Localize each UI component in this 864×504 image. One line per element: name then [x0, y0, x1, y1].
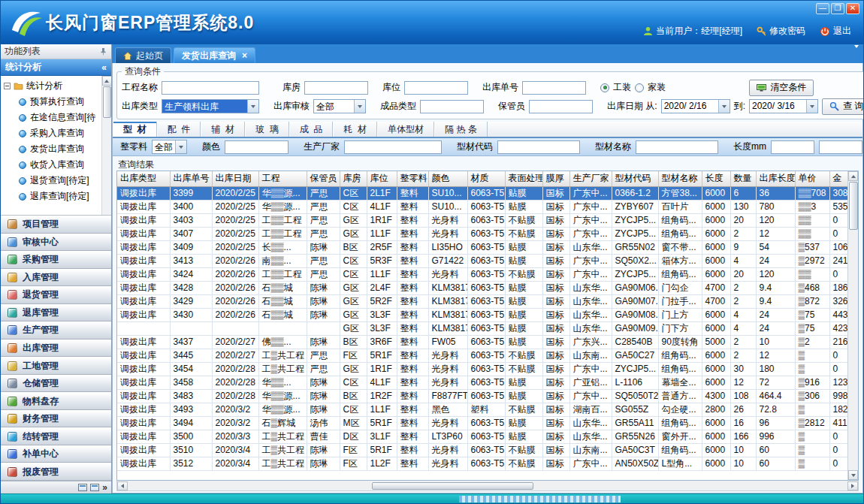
sidebar-item-退货管理[interactable]: 退货管理: [1, 286, 111, 304]
close-button[interactable]: ✕: [846, 3, 859, 14]
sidebar-item-报废管理[interactable]: 报废管理: [1, 463, 111, 481]
profile-name-input[interactable]: [636, 140, 718, 154]
sidebar-item-出库管理[interactable]: 出库管理: [1, 340, 111, 358]
column-header[interactable]: 颜色: [428, 171, 467, 186]
warehouse-input[interactable]: [304, 81, 368, 95]
tree-item[interactable]: 预算执行查询: [2, 94, 101, 110]
material-tab[interactable]: 型 材: [113, 122, 157, 137]
table-row[interactable]: 调拨出库34242020/2/26工▒▒工程严思C区1L1F整料光身料6063-…: [117, 267, 847, 281]
column-header[interactable]: 库位: [367, 171, 397, 186]
sidebar-item-生产管理[interactable]: 生产管理: [1, 321, 111, 340]
sidebar-item-财务管理[interactable]: 财务管理: [1, 410, 111, 428]
maximize-button[interactable]: ❐: [831, 3, 844, 14]
sidebar-item-退库管理[interactable]: 退库管理: [1, 304, 111, 322]
change-password-button[interactable]: 修改密码: [757, 25, 805, 38]
column-header[interactable]: 型材名称: [658, 171, 702, 186]
table-row[interactable]: 调拨出库34452020/2/27工▒共工程严思F区5R1F整料光身料6063-…: [117, 349, 847, 362]
table-row[interactable]: 调拨出库34302020/2/26石▒▒城陈琳G区3L3F整料KLM381760…: [117, 308, 847, 321]
sidebar-item-审核中心[interactable]: 审核中心: [1, 234, 111, 252]
tab-shipping-outbound-query[interactable]: 发货出库查询 ×: [174, 47, 255, 63]
sidebar-item-物料盘存[interactable]: 物料盘存: [1, 392, 111, 410]
location-input[interactable]: [404, 81, 468, 95]
column-header[interactable]: 金: [829, 171, 847, 186]
chevron-down-icon[interactable]: [354, 100, 365, 113]
grid-horizontal-scrollbar[interactable]: [116, 481, 859, 491]
table-row[interactable]: 调拨出库34002020/2/25华▒▒源...严思C区4L1F整料SU10..…: [117, 200, 847, 213]
chevron-down-icon[interactable]: [247, 100, 258, 113]
sidebar-item-结转管理[interactable]: 结转管理: [1, 427, 111, 445]
table-row[interactable]: 调拨出库34132020/2/26南▒▒...严思C区5R3F整料G714226…: [117, 254, 847, 267]
date-to-picker[interactable]: 2020/ 3/16: [749, 99, 818, 113]
panels-icon[interactable]: [90, 484, 99, 491]
sidebar-item-采购管理[interactable]: 采购管理: [1, 251, 111, 269]
pin-icon[interactable]: [99, 47, 107, 56]
tab-close-icon[interactable]: ×: [242, 50, 247, 61]
clear-conditions-button[interactable]: 清空条件: [749, 80, 814, 96]
table-row[interactable]: 调拨出库34372020/2/27佛▒▒...陈琳B区3R6F整料FW05606…: [117, 335, 847, 349]
sidebar-section-statistics[interactable]: 统计分析 «: [1, 59, 111, 76]
table-row[interactable]: 调拨出库35122020/3/4工▒共工程陈琳F区1L2F整料光身料6063-T…: [117, 457, 847, 470]
color-input[interactable]: [225, 140, 289, 154]
tree-scroll-thumb[interactable]: [103, 86, 111, 118]
project-name-input[interactable]: [162, 81, 259, 95]
table-row[interactable]: 调拨出库35002020/3/3工▒共工程曹佳D区3L1F整料LT3P60606…: [117, 430, 847, 443]
column-header[interactable]: 材质: [467, 171, 505, 186]
length-max-input[interactable]: [819, 140, 862, 154]
column-header[interactable]: 出库长度: [756, 171, 795, 186]
table-row[interactable]: 调拨出库34282020/2/26石▒▒城陈琳G区2L4F整料KLM381760…: [117, 281, 847, 294]
column-header[interactable]: 出库日期: [212, 171, 258, 186]
material-tab[interactable]: 成 品: [289, 122, 334, 137]
collapse-panel-icon[interactable]: «: [101, 62, 107, 73]
table-row[interactable]: 调拨出库34292020/2/26石▒▒城陈琳G区5R2F整料KLM381760…: [117, 294, 847, 308]
outbound-type-select[interactable]: 生产领料出库: [162, 99, 259, 113]
radio-jiazhuang[interactable]: [635, 83, 644, 92]
minimize-button[interactable]: —: [816, 3, 829, 14]
radio-jiazhuang-label[interactable]: 家装: [648, 81, 666, 94]
table-row[interactable]: 调拨出库34072020/2/25工▒▒工程严思G区1L1F整料光身料6063-…: [117, 227, 847, 240]
zhengling-select[interactable]: 全部: [152, 140, 187, 154]
grid-vscroll-thumb[interactable]: [849, 182, 858, 230]
column-header[interactable]: 整零料: [397, 171, 428, 186]
product-type-input[interactable]: [420, 100, 484, 113]
radio-gongzhuang-label[interactable]: 工装: [613, 81, 631, 94]
scroll-up-icon[interactable]: [848, 171, 858, 181]
column-header[interactable]: 数量: [730, 171, 756, 186]
tree-item[interactable]: 在途信息查询[待: [2, 110, 101, 125]
tree-root-statistics[interactable]: 统计分析: [2, 78, 101, 94]
tree-item[interactable]: 发货出库查询: [2, 141, 101, 157]
logout-button[interactable]: 退出: [820, 25, 851, 38]
material-tab[interactable]: 玻 璃: [245, 122, 289, 137]
table-row[interactable]: 调拨出库34092020/2/25长▒▒...陈琳B区2R5F整料LI35HO6…: [117, 240, 847, 254]
table-row[interactable]: 调拨出库34582020/2/28华▒▒...陈琳C区4L1F整料光身料6063…: [117, 376, 847, 389]
sidebar-item-入库管理[interactable]: 入库管理: [1, 269, 111, 287]
sidebar-item-仓储管理[interactable]: 仓储管理: [1, 375, 111, 393]
table-row[interactable]: 调拨出库33992020/2/25华▒▒源...严思C区2L1F整料SU10..…: [117, 186, 847, 200]
column-header[interactable]: 膜厚: [542, 171, 569, 186]
tab-home[interactable]: 起始页: [115, 47, 171, 63]
column-header[interactable]: 库房: [340, 171, 367, 186]
scroll-up-icon[interactable]: [102, 76, 112, 86]
scroll-right-icon[interactable]: [847, 481, 858, 490]
table-row[interactable]: 调拨出库34942020/3/2石▒辉城汤伟M区5R1F整料光身料6063-T5…: [117, 416, 847, 430]
date-from-picker[interactable]: 2020/ 2/16: [661, 99, 730, 113]
scroll-down-icon[interactable]: [848, 470, 858, 480]
table-row[interactable]: 调拨出库34932020/3/2华▒▒源...陈琳C区1L1F整料黑色塑料不贴膜…: [117, 403, 847, 416]
column-header[interactable]: 表面处理: [505, 171, 542, 186]
material-tab[interactable]: 辅 材: [201, 122, 245, 137]
column-header[interactable]: 长度: [702, 171, 730, 186]
material-tab[interactable]: 隔 热 条: [434, 122, 488, 137]
column-header[interactable]: 工程: [258, 171, 307, 186]
tree-item[interactable]: 退库查询[待定]: [2, 189, 101, 204]
monitor-icon[interactable]: [78, 484, 87, 491]
column-header[interactable]: 出库类型: [117, 171, 170, 186]
tab-list-dropdown-icon[interactable]: [854, 48, 859, 59]
chevron-down-icon[interactable]: [175, 140, 186, 153]
column-header[interactable]: 出库单号: [170, 171, 212, 186]
radio-gongzhuang[interactable]: [600, 83, 609, 92]
tree-item[interactable]: 收货入库查询: [2, 157, 101, 173]
keeper-input[interactable]: [529, 100, 593, 113]
column-header[interactable]: 生产厂家: [569, 171, 612, 186]
grid-hscroll-thumb[interactable]: [372, 482, 533, 490]
table-row[interactable]: G区3L3F整料KLM38176063-T5贴膜国标山东华...GA90M09.…: [117, 321, 847, 335]
chevron-down-icon[interactable]: [718, 100, 730, 113]
